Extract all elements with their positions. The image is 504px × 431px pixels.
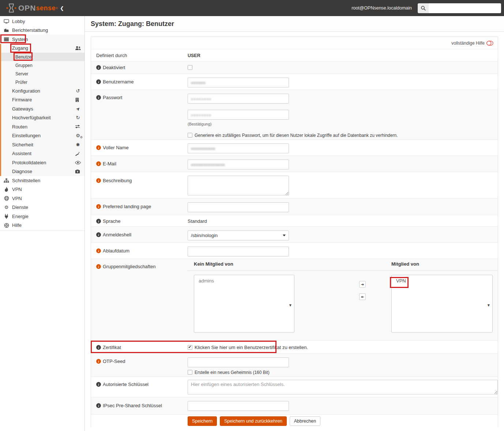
email-label: E-Mail bbox=[103, 161, 116, 166]
generate-password-checkbox[interactable] bbox=[188, 133, 192, 138]
sidebar-item-zugang[interactable]: Zugang bbox=[1, 44, 84, 53]
sidebar-label-firewall: VPN bbox=[12, 187, 22, 192]
life-ring-icon bbox=[4, 222, 9, 228]
sidebar-item-sicherheit[interactable]: Sicherheit ✺ bbox=[1, 140, 84, 149]
landing-page-input[interactable] bbox=[188, 202, 289, 212]
sidebar-item-hilfe[interactable]: Hilfe bbox=[0, 221, 84, 230]
sidebar-collapse-icon[interactable]: ❮ bbox=[60, 5, 64, 11]
create-certificate-label: Klicken Sie hier um ein Benutzerzertifik… bbox=[195, 345, 308, 350]
sidebar-item-routen[interactable]: Routen bbox=[1, 122, 84, 131]
gear-icon: ⚙ bbox=[4, 205, 9, 210]
cancel-button[interactable]: Abbrechen bbox=[290, 416, 320, 426]
row-username: Benutzername ■■■■■■ bbox=[91, 74, 498, 90]
help-toggle-icon[interactable] bbox=[486, 41, 493, 46]
sidebar-item-hochverfuegbarkeit[interactable]: Hochverfügbarkeit ↻ bbox=[1, 113, 84, 123]
language-label: Sprache bbox=[103, 218, 120, 224]
ipsec-psk-label: IPsec Pre-Shared Schlüssel bbox=[103, 403, 162, 408]
otp-seed-input[interactable] bbox=[188, 357, 289, 367]
certificate-icon: ✺ bbox=[75, 142, 81, 147]
save-button[interactable]: Speichern bbox=[188, 416, 217, 426]
sidebar-item-diagnose[interactable]: Diagnose bbox=[1, 167, 84, 176]
password-confirm-input[interactable]: ●●●●●●●● bbox=[188, 110, 289, 120]
sidebar-item-konfiguration[interactable]: Konfiguration ↺ bbox=[1, 86, 84, 95]
desktop-icon bbox=[4, 19, 9, 24]
search-icon bbox=[421, 5, 426, 11]
username-label: Benutzername bbox=[103, 79, 134, 85]
info-icon bbox=[96, 178, 101, 183]
sidebar-item-berichterstattung[interactable]: Berichterstattung bbox=[0, 26, 84, 35]
chevron-down-icon bbox=[283, 235, 286, 236]
top-bar: OPNsense® ❮ root@OPNsense.localdomain bbox=[0, 0, 504, 16]
certificate-label: Zertifikat bbox=[103, 345, 121, 350]
global-search bbox=[418, 3, 501, 13]
sidebar-item-schnittstellen[interactable]: Schnittstellen bbox=[0, 176, 84, 185]
sidebar-item-gateways[interactable]: Gateways ➤ bbox=[1, 104, 84, 113]
group-memberships-label: Gruppenmitgliedschaften bbox=[103, 264, 156, 269]
row-language: Sprache Standard bbox=[91, 215, 498, 227]
hourglass-logo-icon bbox=[6, 3, 17, 14]
sidebar-item-pruefer[interactable]: Prüfer bbox=[1, 78, 84, 86]
sidebar-item-system[interactable]: System bbox=[0, 35, 84, 44]
fullname-input[interactable]: ■■■■■■■■■■ bbox=[188, 143, 289, 153]
landing-page-label: Preferred landing page bbox=[103, 204, 151, 209]
group-option-vpn[interactable]: VPN bbox=[392, 277, 492, 284]
sidebar-item-energie[interactable]: Energie bbox=[0, 212, 84, 221]
disabled-checkbox[interactable] bbox=[188, 65, 192, 70]
row-fullname: Voller Name ■■■■■■■■■■ bbox=[91, 140, 498, 156]
sidebar-item-firewall[interactable]: VPN bbox=[0, 185, 84, 194]
remove-from-group-button[interactable]: ➔ bbox=[359, 293, 366, 300]
brand-opn: OPN bbox=[18, 4, 36, 12]
page-header: System: Zugang: Benutzer bbox=[85, 16, 504, 32]
sidebar-item-protokolldateien[interactable]: Protokolldateien bbox=[1, 158, 84, 167]
member-listbox[interactable]: VPN ▼ bbox=[391, 275, 493, 333]
opnsense-logo[interactable]: OPNsense® bbox=[0, 3, 55, 14]
sidebar-item-firmware[interactable]: Firmware bbox=[1, 95, 84, 105]
generate-otp-checkbox[interactable] bbox=[188, 370, 192, 375]
login-shell-select[interactable]: /sbin/nologin bbox=[188, 231, 289, 240]
sidebar-divider bbox=[0, 231, 84, 231]
expiry-input[interactable] bbox=[188, 247, 289, 256]
plug-icon bbox=[4, 214, 9, 219]
email-input[interactable]: ■■■■■■■■■■■■■■ bbox=[188, 160, 289, 169]
sidebar-item-einstellungen[interactable]: Einstellungen ⚙⚙ bbox=[1, 131, 84, 140]
create-certificate-checkbox[interactable] bbox=[188, 345, 192, 350]
sidebar-item-vpn[interactable]: VPN bbox=[0, 194, 84, 203]
sliders-icon bbox=[75, 124, 81, 129]
defined-by-label: Definiert durch bbox=[96, 53, 127, 58]
sidebar-item-benutzer[interactable]: Benutzer bbox=[1, 53, 84, 61]
info-icon bbox=[96, 382, 101, 387]
logged-in-user: root@OPNsense.localdomain bbox=[351, 5, 412, 11]
row-password: Passwort ●●●●●●●● ●●●●●●●● (Bestätigung)… bbox=[91, 90, 498, 140]
sidebar-item-assistent[interactable]: Assistent bbox=[1, 149, 84, 158]
page-title: System: Zugang: Benutzer bbox=[91, 20, 174, 28]
search-input[interactable] bbox=[429, 3, 501, 13]
sidebar-item-gruppen[interactable]: Gruppen bbox=[1, 61, 84, 70]
search-button[interactable] bbox=[418, 3, 429, 13]
arrow-left-icon: ➔ bbox=[361, 295, 364, 299]
add-to-group-button[interactable]: ➔ bbox=[359, 281, 366, 288]
password-input[interactable]: ●●●●●●●● bbox=[188, 94, 289, 104]
globe-icon bbox=[4, 196, 9, 201]
password-redacted-value: ●●●●●●●● bbox=[191, 94, 211, 104]
fire-icon bbox=[4, 187, 9, 192]
info-icon bbox=[96, 161, 101, 166]
brand-registered: ® bbox=[56, 7, 58, 10]
login-shell-label: Anmeldeshell bbox=[103, 232, 131, 237]
authorized-keys-textarea[interactable] bbox=[188, 380, 498, 394]
ipsec-psk-input[interactable] bbox=[188, 401, 289, 411]
info-icon bbox=[96, 65, 101, 70]
not-member-listbox[interactable]: admins ▼ bbox=[194, 275, 294, 333]
server-icon bbox=[4, 37, 9, 42]
save-and-return-button[interactable]: Speichern und zurückkehren bbox=[220, 416, 287, 426]
description-textarea[interactable] bbox=[188, 176, 289, 195]
sidebar-item-lobby[interactable]: Lobby bbox=[0, 17, 84, 26]
sidebar-item-server[interactable]: Server bbox=[1, 70, 84, 78]
location-arrow-icon: ➤ bbox=[75, 106, 81, 112]
arrow-right-icon: ➔ bbox=[361, 282, 364, 286]
sitemap-icon bbox=[4, 178, 9, 183]
description-label: Beschreibung bbox=[103, 178, 132, 183]
info-icon bbox=[96, 232, 101, 237]
group-option-admins[interactable]: admins bbox=[194, 277, 294, 284]
sidebar-item-dienste[interactable]: ⚙ Dienste bbox=[0, 203, 84, 212]
username-input[interactable]: ■■■■■■ bbox=[188, 78, 289, 87]
